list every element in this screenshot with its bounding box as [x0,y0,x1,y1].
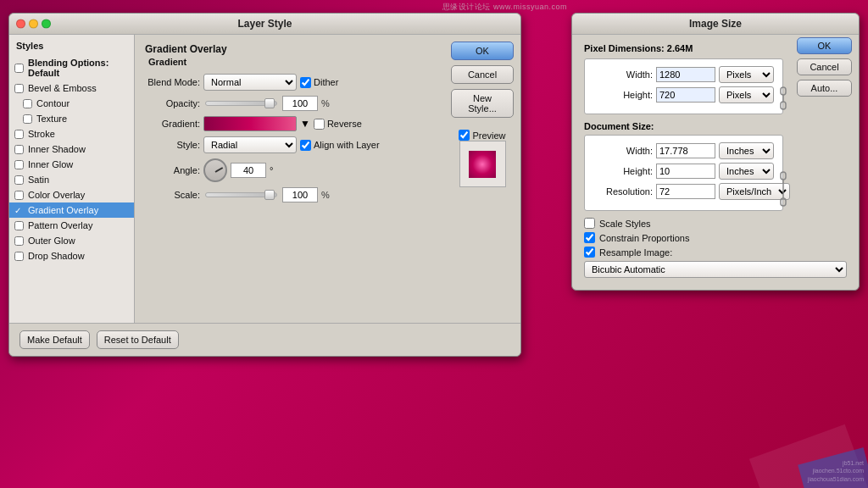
doc-height-unit[interactable]: Inches [719,163,774,180]
align-with-layer-checkbox[interactable] [300,140,311,151]
constrain-proportions-checkbox[interactable] [584,232,595,243]
blend-mode-row: Blend Mode: Normal Dither [145,74,434,91]
is-ok-button[interactable]: OK [797,37,852,54]
pixel-width-input[interactable] [656,67,715,82]
gradient-preview[interactable] [203,116,297,131]
close-button[interactable] [16,19,25,29]
doc-height-row: Height: Inches [593,163,774,180]
doc-width-label: Width: [593,146,653,156]
reset-to-default-button[interactable]: Reset to Default [97,330,179,349]
style-item-blending[interactable]: Blending Options: Default [9,55,134,80]
style-item-bevel[interactable]: Bevel & Emboss [9,80,134,96]
pixel-height-unit[interactable]: Pixels [719,86,774,103]
gradient-arrow[interactable]: ▼ [300,118,310,130]
resolution-row: Resolution: Pixels/Inch [593,183,774,200]
style-item-color-overlay[interactable]: Color Overlay [9,187,134,202]
pixel-width-row: Width: Pixels [593,66,774,83]
maximize-button[interactable] [42,19,51,29]
doc-chain-icon [777,170,789,208]
doc-chain [777,170,789,208]
minimize-button[interactable] [29,19,38,29]
cancel-button[interactable]: Cancel [451,65,514,84]
texture-checkbox[interactable] [23,114,32,124]
dither-checkbox[interactable] [300,77,311,88]
scale-slider[interactable] [205,192,277,197]
pixel-height-row: Height: Pixels [593,86,774,103]
style-item-outer-glow[interactable]: Outer Glow [9,233,134,248]
opacity-row: Opacity: % [145,96,434,111]
drop-shadow-checkbox[interactable] [14,252,24,261]
layer-style-dialog: Layer Style Styles Blending Options: Def… [8,13,521,357]
svg-rect-2 [781,102,786,109]
resolution-input[interactable] [656,184,715,199]
style-item-satin[interactable]: Satin [9,172,134,187]
doc-width-unit[interactable]: Inches [719,142,774,159]
new-style-button[interactable]: New Style... [451,89,514,118]
reverse-checkbox[interactable] [314,119,325,130]
style-item-drop-shadow[interactable]: Drop Shadow [9,248,134,263]
scale-input[interactable] [282,187,318,202]
stroke-checkbox[interactable] [14,130,24,139]
reverse-label[interactable]: Reverse [314,119,362,130]
style-item-contour[interactable]: Contour [9,96,134,111]
pattern-overlay-checkbox[interactable] [14,221,24,230]
doc-height-input[interactable] [656,164,715,179]
style-item-inner-shadow[interactable]: Inner Shadow [9,141,134,157]
pixel-height-input[interactable] [656,87,715,103]
align-with-layer-label[interactable]: Align with Layer [300,140,380,151]
is-cancel-button[interactable]: Cancel [797,58,852,75]
pixel-width-unit[interactable]: Pixels [719,66,774,83]
opacity-label: Opacity: [145,98,200,108]
opacity-input[interactable] [282,96,318,111]
traffic-lights [16,19,51,29]
scale-styles-row: Scale Styles [584,218,847,229]
scale-thumb[interactable] [264,190,275,200]
image-size-titlebar: Image Size OK Cancel Auto... [572,14,859,35]
style-select[interactable]: Radial [203,136,297,153]
angle-dial[interactable] [203,158,227,182]
pixel-chain [777,86,789,111]
preview-checkbox[interactable] [459,130,470,141]
angle-input[interactable] [231,163,266,178]
contour-checkbox[interactable] [23,99,32,108]
inner-shadow-checkbox[interactable] [14,145,24,154]
resample-method-row: Bicubic Automatic [584,261,847,278]
scale-styles-checkbox[interactable] [584,218,595,229]
satin-checkbox[interactable] [14,175,24,185]
opacity-slider[interactable] [205,101,277,106]
preview-label[interactable]: Preview [459,130,505,141]
outer-glow-checkbox[interactable] [14,236,24,246]
make-default-button[interactable]: Make Default [19,330,90,349]
resample-image-label: Resample Image: [599,247,672,258]
resample-image-checkbox[interactable] [584,247,595,258]
style-item-gradient-overlay[interactable]: ✓ Gradient Overlay [9,202,134,218]
image-size-title: Image Size [689,18,742,30]
subsection-title: Gradient [148,57,434,67]
style-item-stroke[interactable]: Stroke [9,126,134,141]
style-item-pattern-overlay[interactable]: Pattern Overlay [9,218,134,233]
preview-box [459,141,506,187]
style-row: Style: Radial Align with Layer [145,136,434,153]
inner-glow-checkbox[interactable] [14,160,24,169]
blending-checkbox[interactable] [14,64,24,73]
style-item-texture[interactable]: Texture [9,111,134,126]
opacity-thumb[interactable] [264,98,275,108]
is-buttons: OK Cancel Auto... [797,37,852,97]
doc-size-title: Document Size: [584,121,847,131]
resample-method-select[interactable]: Bicubic Automatic [584,261,847,278]
color-overlay-checkbox[interactable] [14,191,24,200]
style-item-inner-glow[interactable]: Inner Glow [9,157,134,172]
angle-label: Angle: [145,165,200,175]
dither-label[interactable]: Dither [300,77,338,88]
bevel-checkbox[interactable] [14,84,24,93]
preview-container: Preview [451,130,514,187]
svg-rect-0 [781,87,786,95]
pixel-chain-icon [777,86,789,111]
doc-width-input[interactable] [656,143,715,158]
is-auto-button[interactable]: Auto... [797,80,852,97]
gradient-label: Gradient: [145,119,200,129]
scale-percent: % [321,190,330,200]
blend-mode-select[interactable]: Normal [203,74,297,91]
ok-button[interactable]: OK [451,42,514,60]
scale-label: Scale: [145,190,200,200]
